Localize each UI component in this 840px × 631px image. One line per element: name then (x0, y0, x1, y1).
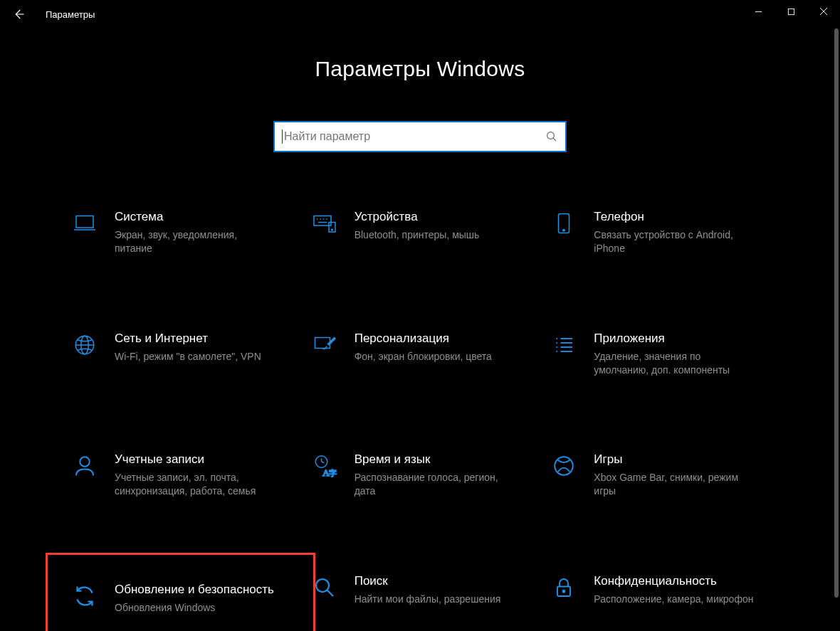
tile-devices[interactable]: Устройства Bluetooth, принтеры, мышь (300, 203, 540, 261)
tile-title: Приложения (594, 331, 754, 347)
tile-desc: Связать устройство с Android, iPhone (594, 228, 754, 255)
tile-title: Система (115, 209, 275, 226)
globe-icon (72, 332, 98, 358)
tile-privacy[interactable]: Конфиденциальность Расположение, камера,… (540, 568, 779, 629)
phone-icon (551, 211, 577, 236)
time-lang-icon: A 字 (312, 453, 337, 479)
tile-title: Время и язык (355, 452, 515, 468)
tile-gaming[interactable]: Игры Xbox Game Bar, снимки, режим игры (540, 446, 779, 504)
tile-title: Учетные записи (115, 452, 275, 468)
apps-icon (551, 332, 577, 358)
laptop-icon (72, 211, 98, 236)
page-heading: Параметры Windows (0, 57, 840, 81)
tile-desc: Экран, звук, уведомления, питание (115, 228, 275, 255)
svg-point-16 (331, 229, 332, 230)
lock-icon (551, 575, 577, 600)
settings-grid: Система Экран, звук, уведомления, питани… (61, 203, 779, 629)
tile-title: Конфиденциальность (594, 573, 754, 590)
content-area: Параметры Windows Система Экран, звук, у… (0, 28, 840, 631)
scrollbar-thumb[interactable] (834, 28, 839, 598)
svg-text:字: 字 (329, 469, 337, 477)
app-title: Параметры (46, 9, 95, 20)
svg-line-34 (321, 462, 324, 463)
tile-desc: Распознавание голоса, регион, дата (355, 471, 515, 498)
tile-desc: Удаление, значения по умолчанию, доп. ко… (594, 350, 754, 377)
svg-point-37 (555, 457, 574, 476)
tile-system[interactable]: Система Экран, звук, уведомления, питани… (61, 203, 300, 261)
tile-search[interactable]: Поиск Найти мои файлы, разрешения (300, 568, 540, 629)
tile-title: Игры (594, 452, 754, 468)
close-button[interactable] (807, 0, 840, 23)
tile-title: Телефон (594, 209, 754, 226)
maximize-button[interactable] (775, 0, 807, 23)
tile-personalization[interactable]: Персонализация Фон, экран блокировки, цв… (300, 325, 540, 383)
tile-desc: Найти мои файлы, разрешения (355, 593, 515, 606)
tile-desc: Фон, экран блокировки, цвета (355, 350, 515, 364)
tile-title: Сеть и Интернет (115, 331, 275, 347)
tile-phone[interactable]: Телефон Связать устройство с Android, iP… (540, 203, 779, 261)
svg-point-5 (547, 132, 555, 139)
titlebar: Параметры (0, 0, 840, 28)
svg-point-18 (563, 230, 565, 231)
scrollbar[interactable] (834, 28, 839, 598)
minimize-button[interactable] (742, 0, 775, 23)
tile-desc: Учетные записи, эл. почта, синхронизация… (115, 471, 275, 498)
tile-accounts[interactable]: Учетные записи Учетные записи, эл. почта… (61, 446, 300, 504)
sync-icon (72, 583, 98, 609)
search-input[interactable] (284, 130, 545, 143)
search-icon (312, 575, 337, 600)
tile-desc: Xbox Game Bar, снимки, режим игры (594, 471, 754, 498)
tile-desc: Обновления Windows (115, 601, 275, 615)
tile-desc: Расположение, камера, микрофон (594, 593, 754, 606)
svg-rect-7 (76, 216, 93, 228)
keyboard-icon (312, 211, 337, 236)
text-caret (282, 129, 283, 144)
svg-point-41 (563, 590, 565, 593)
tile-title: Устройства (355, 209, 515, 226)
tile-time-language[interactable]: A 字 Время и язык Распознавание голоса, р… (300, 446, 540, 504)
tile-title: Персонализация (355, 331, 515, 347)
svg-rect-2 (788, 9, 794, 14)
svg-line-6 (553, 138, 556, 141)
svg-point-31 (80, 457, 90, 467)
window-controls (742, 0, 840, 28)
svg-line-39 (327, 590, 332, 596)
tile-title: Обновление и безопасность (115, 582, 275, 598)
search-box[interactable] (273, 121, 567, 152)
tile-title: Поиск (355, 573, 515, 590)
tile-apps[interactable]: Приложения Удаление, значения по умолчан… (540, 325, 779, 383)
svg-point-38 (316, 579, 329, 592)
xbox-icon (551, 453, 577, 479)
svg-rect-22 (315, 337, 330, 348)
back-button[interactable] (6, 1, 31, 27)
person-icon (72, 453, 98, 479)
search-icon (545, 130, 558, 143)
search-container (0, 121, 840, 152)
tile-desc: Bluetooth, принтеры, мышь (355, 228, 515, 242)
tile-update-security[interactable]: Обновление и безопасность Обновления Win… (61, 568, 300, 629)
brush-icon (312, 332, 337, 358)
tile-desc: Wi-Fi, режим "в самолете", VPN (115, 350, 275, 364)
tile-network[interactable]: Сеть и Интернет Wi-Fi, режим "в самолете… (61, 325, 300, 383)
